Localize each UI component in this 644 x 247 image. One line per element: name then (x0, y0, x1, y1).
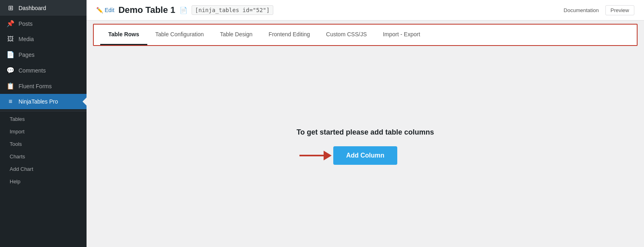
edit-icon: ✏️ (96, 7, 103, 13)
edit-link[interactable]: ✏️ Edit (96, 7, 114, 13)
sidebar-divider (0, 111, 87, 111)
sidebar: ⊞Dashboard📌Posts🖼Media📄Pages💬Comments📋Fl… (0, 0, 87, 247)
sidebar-sub-item-tables[interactable]: Tables (0, 113, 87, 125)
svg-marker-1 (324, 151, 332, 160)
tab-frontend-editing[interactable]: Frontend Editing (260, 25, 318, 45)
sidebar-item-media[interactable]: 🖼Media (0, 31, 87, 47)
sidebar-item-comments[interactable]: 💬Comments (0, 62, 87, 78)
sidebar-item-pages[interactable]: 📄Pages (0, 47, 87, 62)
shortcode: [ninja_tables id="52"] (192, 5, 273, 15)
sidebar-sub-item-charts[interactable]: Charts (0, 150, 87, 163)
sidebar-sub-item-import[interactable]: Import (0, 125, 87, 138)
sidebar-label-ninjatables-pro: NinjaTables Pro (19, 98, 58, 105)
tabs-row: Table RowsTable ConfigurationTable Desig… (100, 25, 630, 45)
tabs-container: Table RowsTable ConfigurationTable Desig… (93, 24, 638, 46)
content-area: To get started please add table columns … (93, 52, 638, 241)
header-right: Documentation Preview (564, 5, 634, 15)
header: ✏️ Edit Demo Table 1 📄 [ninja_tables id=… (87, 0, 644, 21)
sidebar-item-dashboard[interactable]: ⊞Dashboard (0, 0, 87, 16)
sidebar-item-fluent-forms[interactable]: 📋Fluent Forms (0, 78, 87, 94)
tab-table-design[interactable]: Table Design (212, 25, 260, 45)
sidebar-sub-item-tools[interactable]: Tools (0, 138, 87, 150)
ninjatables-pro-icon: ≡ (6, 98, 14, 105)
sidebar-label-fluent-forms: Fluent Forms (19, 83, 52, 89)
sidebar-label-dashboard: Dashboard (19, 5, 46, 11)
dashboard-icon: ⊞ (6, 4, 14, 12)
header-left: ✏️ Edit Demo Table 1 📄 [ninja_tables id=… (96, 5, 273, 15)
sidebar-label-pages: Pages (19, 52, 35, 58)
posts-icon: 📌 (6, 20, 14, 27)
arrow-container: Add Column (333, 146, 397, 165)
page-title: Demo Table 1 (118, 5, 175, 15)
main-content: ✏️ Edit Demo Table 1 📄 [ninja_tables id=… (87, 0, 644, 247)
tab-custom-css-js[interactable]: Custom CSS/JS (318, 25, 375, 45)
sidebar-top-menu: ⊞Dashboard📌Posts🖼Media📄Pages💬Comments📋Fl… (0, 0, 87, 109)
sidebar-item-posts[interactable]: 📌Posts (0, 16, 87, 31)
comments-icon: 💬 (6, 66, 14, 74)
sidebar-sub-item-help[interactable]: Help (0, 175, 87, 188)
sidebar-sub-items: TablesImportToolsChartsAdd ChartHelp (0, 113, 87, 188)
tab-import-export[interactable]: Import - Export (375, 25, 428, 45)
sidebar-item-ninjatables-pro[interactable]: ≡NinjaTables Pro (0, 94, 87, 109)
sidebar-sub-item-add-chart[interactable]: Add Chart (0, 163, 87, 175)
sidebar-label-posts: Posts (19, 21, 33, 27)
pages-icon: 📄 (6, 51, 14, 58)
arrow-icon (299, 148, 332, 163)
preview-button[interactable]: Preview (605, 5, 634, 15)
sidebar-label-media: Media (19, 36, 34, 42)
tab-table-rows[interactable]: Table Rows (100, 25, 147, 45)
fluent-forms-icon: 📋 (6, 82, 14, 90)
tab-table-configuration[interactable]: Table Configuration (147, 25, 212, 45)
media-icon: 🖼 (6, 35, 14, 43)
doc-icon: 📄 (180, 6, 188, 14)
sidebar-label-comments: Comments (19, 67, 46, 74)
content-message: To get started please add table columns (297, 128, 434, 137)
edit-label: Edit (105, 7, 114, 13)
add-column-button[interactable]: Add Column (333, 146, 397, 165)
documentation-link[interactable]: Documentation (564, 7, 599, 13)
